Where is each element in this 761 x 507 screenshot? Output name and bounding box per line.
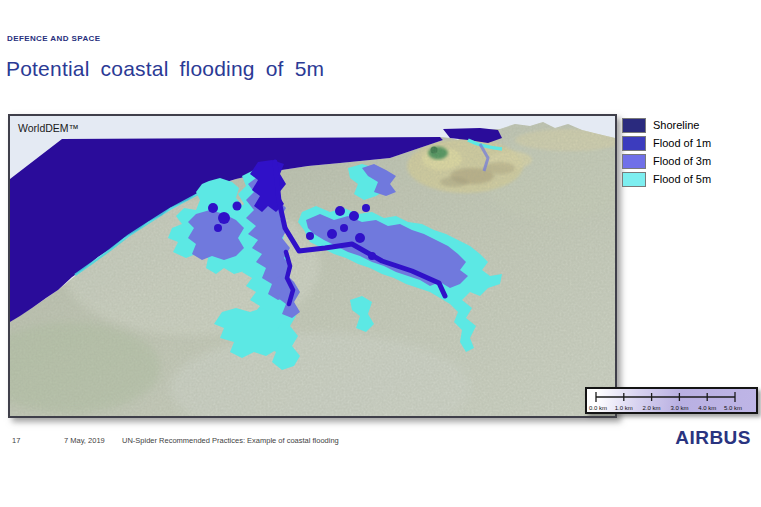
scale-label-1km: 1.0 km bbox=[615, 405, 633, 411]
worlddem-map-image: WorldDEM™ bbox=[8, 114, 617, 418]
slide-title: Potential coastal flooding of 5m bbox=[6, 57, 324, 81]
map-source-label: WorldDEM™ bbox=[18, 122, 79, 134]
slide-number: 17 bbox=[12, 436, 20, 445]
scale-bar-graphic: 0.0 km 1.0 km 2.0 km 3.0 km 4.0 km 5.0 k… bbox=[587, 389, 756, 412]
legend: Shoreline Flood of 1m Flood of 3m Flood … bbox=[622, 118, 711, 190]
scale-label-4km: 4.0 km bbox=[698, 405, 716, 411]
defence-and-space-label: DEFENCE AND SPACE bbox=[7, 34, 100, 43]
legend-label: Flood of 5m bbox=[653, 172, 711, 187]
legend-label: Shoreline bbox=[653, 118, 699, 133]
flood-5m-swatch bbox=[622, 172, 646, 187]
flood-1m-swatch bbox=[622, 136, 646, 151]
legend-label: Flood of 1m bbox=[653, 136, 711, 151]
legend-item-flood-5m: Flood of 5m bbox=[622, 172, 711, 187]
legend-item-shoreline: Shoreline bbox=[622, 118, 711, 133]
legend-item-flood-3m: Flood of 3m bbox=[622, 154, 711, 169]
slide-date: 7 May, 2019 bbox=[64, 436, 105, 445]
scale-label-5km: 5.0 km bbox=[724, 405, 742, 411]
flood-3m-swatch bbox=[622, 154, 646, 169]
scale-label-2km: 2.0 km bbox=[643, 405, 661, 411]
legend-label: Flood of 3m bbox=[653, 154, 711, 169]
legend-item-flood-1m: Flood of 1m bbox=[622, 136, 711, 151]
scale-label-3km: 3.0 km bbox=[670, 405, 688, 411]
scale-bar: 0.0 km 1.0 km 2.0 km 3.0 km 4.0 km 5.0 k… bbox=[585, 387, 758, 414]
terrain-3d-render: WorldDEM™ bbox=[10, 116, 615, 416]
airbus-logo: AIRBUS bbox=[675, 427, 751, 449]
shoreline-swatch bbox=[622, 118, 646, 133]
slide-reference-note: UN-Spider Recommended Practices: Example… bbox=[122, 436, 339, 445]
scale-label-0km: 0.0 km bbox=[589, 405, 607, 411]
